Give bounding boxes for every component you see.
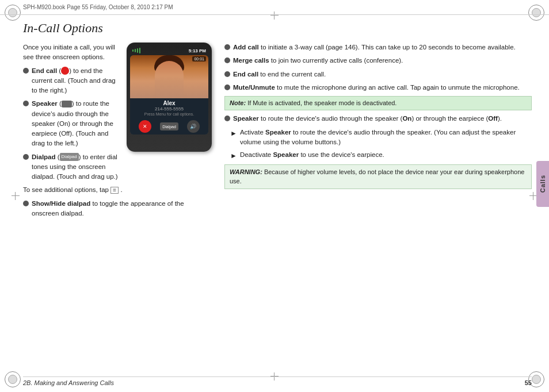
speaker-button[interactable]: 🔊 [187, 120, 200, 133]
bullet-dot [23, 68, 29, 74]
phone-image: 5:13 PM 00:01 Alex 214-555-5555 Press Me… [127, 43, 213, 152]
phone-time: 5:13 PM [189, 48, 206, 53]
corner-bl [5, 371, 21, 387]
bullet-dot [23, 201, 29, 206]
speaker-right-label: Speaker [233, 115, 259, 122]
warning-box: WARNING: Because of higher volume levels… [224, 164, 532, 189]
tap-text: To see additional options, tap [23, 186, 109, 193]
arrow-icon-deactivate: ► [230, 151, 237, 161]
note-box: Note: If Mute is activated, the speaker … [224, 96, 532, 110]
add-call-label: Add call [233, 44, 259, 51]
bullet-mute-text: Mute/Unmute to mute the microphone durin… [233, 83, 532, 93]
avatar-face [155, 61, 184, 98]
arrow-deactivate-text: Deactivate Speaker to use the device's e… [240, 150, 384, 160]
footer: 2B. Making and Answering Calls 55 [23, 376, 532, 386]
bullet-add-call: Add call to initiate a 3-way call (page … [224, 43, 532, 52]
footer-section: 2B. Making and Answering Calls [23, 379, 114, 386]
bullet-add-call-text: Add call to initiate a 3-way call (page … [233, 43, 532, 52]
dialpad-button[interactable]: Dialpad [160, 122, 178, 130]
call-timer: 00:01 [192, 56, 206, 62]
bullet-end-call-right: End call to end the current call. [224, 70, 532, 79]
dialpad-label: Dialpad [32, 153, 56, 160]
arrow-activate-text: Activate Speaker to route the device's a… [240, 128, 532, 148]
two-column-layout: 5:13 PM 00:01 Alex 214-555-5555 Press Me… [23, 43, 532, 222]
signal-bar-3 [137, 48, 138, 53]
phone-status-bar: 5:13 PM [130, 47, 208, 54]
speaker-label: Speaker [32, 100, 58, 107]
show-hide-label: Show/Hide dialpad [32, 200, 90, 207]
bullet-speaker-text: Speaker () to route the device's audio t… [32, 99, 121, 148]
bullet-dot [23, 101, 29, 106]
bullet-show-hide: Show/Hide dialpad to toggle the appearan… [23, 199, 213, 219]
signal-bar-2 [135, 49, 136, 52]
off-text: Off [488, 115, 498, 122]
left-column: 5:13 PM 00:01 Alex 214-555-5555 Press Me… [23, 43, 213, 222]
top-bar: SPH-M920.book Page 55 Friday, October 8,… [0, 0, 549, 15]
bullet-speaker: Speaker () to route the device's audio t… [23, 99, 121, 148]
footer-page: 55 [525, 379, 532, 386]
arrow-activate: ► Activate Speaker to route the device's… [230, 128, 532, 148]
add-call-rest: to initiate a 3-way call (page 146). Thi… [261, 44, 516, 51]
right-column: Add call to initiate a 3-way call (page … [224, 43, 532, 222]
signal-bars [132, 48, 140, 53]
bullet-speaker-right: Speaker to route the device's audio thro… [224, 114, 532, 124]
speaker-right-rest: to route the device's audio through the … [261, 115, 502, 122]
page-title: In-Call Options [23, 21, 532, 36]
bullet-dot [23, 154, 29, 160]
contact-menu-text: Press Menu for call options. [132, 112, 206, 116]
bullet-dot [224, 44, 230, 50]
end-call-button[interactable]: ✕ [139, 120, 151, 133]
contact-name: Alex [132, 100, 206, 106]
bullet-dot [224, 57, 230, 63]
phone-avatar: 00:01 [130, 55, 208, 98]
end-call-right-rest: to end the current call. [260, 71, 326, 78]
phone-contact-info: Alex 214-555-5555 Press Menu for call op… [130, 98, 208, 118]
tap-line: To see additional options, tap . [23, 185, 213, 195]
bullet-dialpad: Dialpad (Dialpad) to enter dial tones us… [23, 152, 121, 182]
speaker-icon: () to route the device's audio through t… [32, 100, 113, 147]
mute-rest: to mute the microphone during an active … [277, 84, 520, 91]
menu-icon [110, 187, 119, 194]
bullet-mute: Mute/Unmute to mute the microphone durin… [224, 83, 532, 93]
merge-calls-label: Merge calls [233, 57, 269, 64]
dialpad-icon-img: Dialpad [60, 153, 79, 161]
warning-text: Because of higher volume levels, do not … [230, 168, 524, 184]
speaker-bold-deactivate: Speaker [273, 151, 299, 158]
bullet-end-call-right-text: End call to end the current call. [233, 70, 532, 79]
bullet-merge-calls: Merge calls to join two currently active… [224, 56, 532, 66]
speaker-bold-activate: Speaker [265, 129, 291, 136]
bullet-end-call: End call () to end the current call. (To… [23, 66, 121, 96]
arrow-deactivate: ► Deactivate Speaker to use the device's… [230, 150, 532, 161]
speaker-icon-img [62, 101, 72, 107]
mute-label: Mute/Unmute [233, 84, 275, 91]
note-text: If Mute is activated, the speaker mode i… [247, 99, 396, 106]
calls-tab-label: Calls [539, 175, 546, 193]
merge-calls-rest: to join two currently active calls (conf… [271, 57, 403, 64]
signal-bar-4 [139, 48, 140, 53]
tap-suffix: . [120, 186, 122, 193]
red-circle-icon [61, 67, 69, 75]
calls-tab: Calls [536, 161, 549, 207]
note-label: Note: [230, 99, 246, 106]
cross-left [12, 192, 20, 200]
bullet-end-call-text: End call () to end the current call. (To… [32, 66, 121, 96]
bullet-speaker-right-text: Speaker to route the device's audio thro… [233, 114, 532, 124]
bullet-dot [224, 71, 230, 77]
bullet-show-hide-text: Show/Hide dialpad to toggle the appearan… [32, 199, 213, 219]
phone-screen: 00:01 Alex 214-555-5555 Press Menu for c… [130, 55, 208, 134]
signal-bar-1 [132, 49, 134, 52]
phone-device: 5:13 PM 00:01 Alex 214-555-5555 Press Me… [127, 43, 212, 152]
end-call-label: End call [32, 67, 57, 74]
bullet-dialpad-text: Dialpad (Dialpad) to enter dial tones us… [32, 152, 121, 182]
top-bar-text: SPH-M920.book Page 55 Friday, October 8,… [23, 4, 173, 10]
warning-label: WARNING: [230, 168, 262, 175]
bullet-dot [224, 84, 230, 90]
contact-number: 214-555-5555 [132, 106, 206, 112]
bullet-merge-text: Merge calls to join two currently active… [233, 56, 532, 66]
bullet-dot [224, 116, 230, 121]
main-content: In-Call Options 5:13 PM [23, 16, 532, 375]
on-text: On [402, 115, 411, 122]
arrow-icon-activate: ► [230, 128, 237, 139]
end-call-right-label: End call [233, 71, 258, 78]
phone-controls: ✕ Dialpad 🔊 [130, 118, 208, 134]
